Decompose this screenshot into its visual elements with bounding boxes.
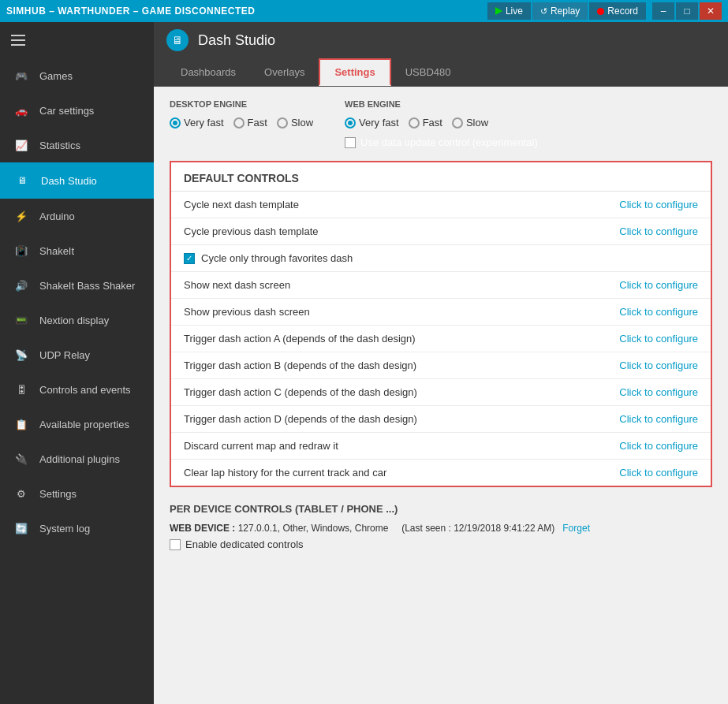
web-veryfast-radio[interactable] xyxy=(345,117,356,129)
tab-settings[interactable]: Settings xyxy=(319,58,390,86)
experimental-checkbox[interactable] xyxy=(345,137,356,148)
live-button[interactable]: Live xyxy=(487,2,531,20)
tab-overlays[interactable]: Overlays xyxy=(250,60,319,86)
control-name-favorites: Cycle only through favorites dash xyxy=(201,252,698,264)
control-action-discard-map[interactable]: Click to configure xyxy=(619,440,698,452)
hamburger-icon[interactable] xyxy=(11,35,25,46)
forget-link[interactable]: Forget xyxy=(562,523,590,534)
sidebar-label-shakeit: ShakeIt xyxy=(39,245,74,257)
sidebar-label-stats: Statistics xyxy=(39,140,80,151)
default-controls-title: DEFAULT CONTROLS xyxy=(171,162,711,192)
nextion-icon: 📟 xyxy=(13,311,30,329)
desktop-radio-row: Very fast Fast Slow xyxy=(170,117,313,129)
sidebar-item-properties[interactable]: 📋 Available properties xyxy=(0,407,154,441)
control-name-show-prev: Show previous dash screen xyxy=(184,306,619,318)
app-body: 🎮 Games 🚗 Car settings 📈 Statistics 🖥 Da… xyxy=(0,22,728,704)
car-icon: 🚗 xyxy=(13,102,30,119)
device-info: WEB DEVICE : 127.0.0.1, Other, Windows, … xyxy=(170,523,712,534)
games-icon: 🎮 xyxy=(13,67,30,84)
tab-usbd480[interactable]: USBD480 xyxy=(391,60,465,86)
maximize-button[interactable]: □ xyxy=(676,2,698,20)
desktop-slow-option[interactable]: Slow xyxy=(277,117,313,129)
sidebar-item-games[interactable]: 🎮 Games xyxy=(0,58,154,93)
sidebar-item-shakeit[interactable]: 📳 ShakeIt xyxy=(0,233,154,268)
app-header: 🖥 Dash Studio xyxy=(154,22,728,58)
web-slow-option[interactable]: Slow xyxy=(452,117,488,129)
control-action-show-next[interactable]: Click to configure xyxy=(619,279,698,291)
desktop-engine-label: DESKTOP ENGINE xyxy=(170,99,313,109)
control-row-trigger-a[interactable]: Trigger dash action A (depends of the da… xyxy=(171,326,711,352)
control-row-cycle-prev[interactable]: Cycle previous dash template Click to co… xyxy=(171,218,711,245)
tab-dashboards[interactable]: Dashboards xyxy=(166,60,250,86)
tab-bar: Dashboards Overlays Settings USBD480 xyxy=(154,58,728,87)
sidebar-label-props: Available properties xyxy=(39,419,129,430)
favorites-checkbox[interactable]: ✓ xyxy=(184,253,195,264)
control-row-show-next[interactable]: Show next dash screen Click to configure xyxy=(171,272,711,299)
control-row-trigger-c[interactable]: Trigger dash action C (depends of the da… xyxy=(171,379,711,406)
desktop-veryfast-radio[interactable] xyxy=(170,117,181,129)
device-label: WEB DEVICE : xyxy=(170,523,235,534)
enable-dedicated-checkbox[interactable] xyxy=(170,539,181,550)
sidebar-item-settings[interactable]: ⚙ Settings xyxy=(0,476,154,511)
arduino-icon: ⚡ xyxy=(13,207,30,225)
sidebar-label-plugins: Additional plugins xyxy=(39,453,120,465)
settings-icon: ⚙ xyxy=(13,485,30,502)
control-row-show-prev[interactable]: Show previous dash screen Click to confi… xyxy=(171,299,711,326)
sidebar-item-dash-studio[interactable]: 🖥 Dash Studio xyxy=(0,162,154,199)
replay-button[interactable]: ↺ Replay xyxy=(532,2,588,20)
experimental-checkbox-row[interactable]: Use data update control (experimental) xyxy=(345,136,538,148)
web-radio-row: Very fast Fast Slow xyxy=(345,117,538,129)
record-icon xyxy=(597,8,604,15)
control-row-trigger-b[interactable]: Trigger dash action B (depends of the da… xyxy=(171,352,711,379)
web-veryfast-option[interactable]: Very fast xyxy=(345,117,399,129)
sidebar-item-udp[interactable]: 📡 UDP Relay xyxy=(0,337,154,372)
web-fast-radio[interactable] xyxy=(409,117,420,129)
desktop-fast-radio[interactable] xyxy=(233,117,245,129)
control-action-trigger-d[interactable]: Click to configure xyxy=(619,413,698,425)
sidebar-item-car-settings[interactable]: 🚗 Car settings xyxy=(0,93,154,128)
web-slow-radio[interactable] xyxy=(452,117,463,129)
default-controls-section: DEFAULT CONTROLS Cycle next dash templat… xyxy=(170,161,712,487)
control-action-trigger-b[interactable]: Click to configure xyxy=(619,359,698,371)
sidebar-item-shakeit-bass[interactable]: 🔊 ShakeIt Bass Shaker xyxy=(0,268,154,303)
control-action-cycle-prev[interactable]: Click to configure xyxy=(619,225,698,237)
control-action-clear-lap[interactable]: Click to configure xyxy=(619,467,698,479)
enable-dedicated-label: Enable dedicated controls xyxy=(185,538,304,550)
app-header-icon: 🖥 xyxy=(166,29,189,51)
close-button[interactable]: ✕ xyxy=(700,2,722,20)
desktop-slow-radio[interactable] xyxy=(277,117,288,129)
control-row-cycle-favorites[interactable]: ✓ Cycle only through favorites dash xyxy=(171,245,711,272)
minimize-button[interactable]: – xyxy=(652,2,674,20)
sidebar-item-nextion[interactable]: 📟 Nextion display xyxy=(0,303,154,337)
dash-icon: 🖥 xyxy=(13,171,32,190)
desktop-engine-group: DESKTOP ENGINE Very fast Fast Slow xyxy=(170,99,313,148)
desktop-fast-option[interactable]: Fast xyxy=(233,117,267,129)
last-seen-value: Last seen : 12/19/2018 9:41:22 AM xyxy=(405,523,551,534)
sidebar-item-arduino[interactable]: ⚡ Arduino xyxy=(0,199,154,233)
record-label: Record xyxy=(607,6,638,17)
sidebar-item-controls[interactable]: 🎛 Controls and events xyxy=(0,372,154,407)
web-engine-label: WEB ENGINE xyxy=(345,99,538,109)
per-device-title: PER DEVICE CONTROLS (TABLET / PHONE ...) xyxy=(170,503,712,515)
desktop-veryfast-option[interactable]: Very fast xyxy=(170,117,224,129)
control-action-show-prev[interactable]: Click to configure xyxy=(619,306,698,318)
replay-icon: ↺ xyxy=(540,6,547,17)
control-name-cycle-next: Cycle next dash template xyxy=(184,199,619,210)
control-action-trigger-c[interactable]: Click to configure xyxy=(619,386,698,398)
control-row-clear-lap[interactable]: Clear lap history for the current track … xyxy=(171,460,711,486)
control-row-discard-map[interactable]: Discard current map and redraw it Click … xyxy=(171,433,711,460)
sidebar-item-statistics[interactable]: 📈 Statistics xyxy=(0,128,154,162)
app-title: SIMHUB – WARTHUNDER – GAME DISCONNECTED xyxy=(6,6,256,17)
control-row-trigger-d[interactable]: Trigger dash action D (depends of the da… xyxy=(171,406,711,433)
control-row-cycle-next[interactable]: Cycle next dash template Click to config… xyxy=(171,192,711,218)
enable-dedicated-row[interactable]: Enable dedicated controls xyxy=(170,538,712,550)
sidebar-item-plugins[interactable]: 🔌 Additional plugins xyxy=(0,441,154,476)
control-action-cycle-next[interactable]: Click to configure xyxy=(619,199,698,210)
main-content: 🖥 Dash Studio Dashboards Overlays Settin… xyxy=(154,22,728,704)
sidebar-item-syslog[interactable]: 🔄 System log xyxy=(0,511,154,546)
sidebar-label-games: Games xyxy=(39,70,73,82)
web-fast-option[interactable]: Fast xyxy=(409,117,442,129)
stats-icon: 📈 xyxy=(13,136,30,154)
record-button[interactable]: Record xyxy=(589,2,646,20)
control-action-trigger-a[interactable]: Click to configure xyxy=(619,333,698,345)
